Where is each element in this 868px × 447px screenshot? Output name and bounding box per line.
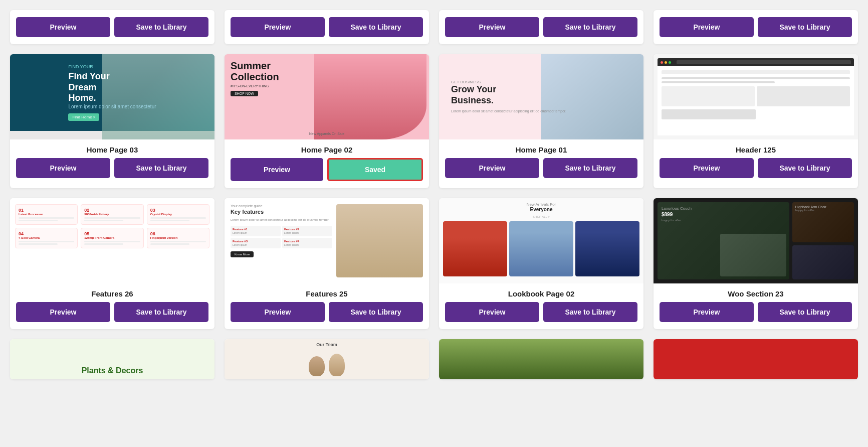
lookbook-people — [443, 221, 639, 276]
card-home02: SummerCollection #IT'S-ON-EVERYTHING SHO… — [225, 54, 429, 188]
thumb-features25-container: Your complete guide Key features Lorem i… — [225, 198, 429, 283]
lookbook-subtitle: New Arrivals For — [443, 202, 639, 207]
saved-home02[interactable]: Saved — [327, 158, 423, 181]
card-features25: Your complete guide Key features Lorem i… — [225, 198, 429, 329]
card-features26: 01 Latest Processor 02 9800mAh Battery 0… — [10, 198, 214, 329]
preview-button-top-2[interactable]: Preview — [231, 17, 325, 37]
dot-green — [669, 61, 671, 64]
woo23-title: Woo Section 23 — [654, 283, 858, 302]
content-line2 — [662, 81, 775, 83]
card-lookbook02: New Arrivals For Everyone SHOP ALL > Loo… — [439, 198, 643, 329]
lookbook-title-text: Everyone — [443, 207, 639, 212]
lookbook-person1 — [443, 221, 507, 276]
plants-title-text: Plants & Decors — [82, 366, 143, 375]
thumb-woo-container: Luxurious Couch $899 happy for offer Hig… — [654, 198, 858, 283]
content-block3 — [662, 109, 756, 119]
home01-actions: Preview Save to Library — [439, 158, 643, 185]
feat26-item6: 06 Fingerprint version — [147, 228, 209, 248]
woo-side1-sub: happy for offer — [795, 209, 851, 212]
home02-headline: SummerCollection — [231, 60, 423, 82]
save-button-top-2[interactable]: Save to Library — [329, 17, 423, 37]
home03-headline: Find YourDreamHome. — [68, 71, 156, 104]
preview-header125[interactable]: Preview — [660, 158, 754, 178]
thumb-features26-container: 01 Latest Processor 02 9800mAh Battery 0… — [10, 198, 214, 283]
card-top-2: Preview Save to Library — [225, 10, 429, 44]
face1 — [309, 356, 325, 376]
thumb-red-container — [654, 339, 858, 379]
woo-main-product: Luxurious Couch $899 happy for offer — [658, 202, 789, 279]
home03-label: FIND YOUR — [68, 64, 156, 69]
card-header125: Header 125 Preview Save to Library — [654, 54, 858, 188]
lookbook02-actions: Preview Save to Library — [439, 302, 643, 329]
feat25-item1: Feature #1 Lorem ipsum — [231, 226, 281, 236]
preview-home03[interactable]: Preview — [16, 158, 110, 178]
preview-lookbook02[interactable]: Preview — [445, 302, 539, 322]
feat25-cta: Know More — [231, 251, 254, 257]
preview-features26[interactable]: Preview — [16, 302, 110, 322]
feat26-line9 — [84, 241, 140, 242]
feat26-line7 — [19, 241, 74, 242]
address-bar — [677, 60, 851, 64]
save-header125[interactable]: Save to Library — [758, 158, 852, 178]
save-home01[interactable]: Save to Library — [543, 158, 637, 178]
save-features26[interactable]: Save to Library — [114, 302, 208, 322]
home01-headline: Grow YourBusiness. — [451, 84, 631, 106]
save-button-top-1[interactable]: Save to Library — [114, 17, 208, 37]
content-block2 — [757, 86, 850, 106]
home01-title: Home Page 01 — [439, 139, 643, 158]
preview-home01[interactable]: Preview — [445, 158, 539, 178]
save-home03[interactable]: Save to Library — [114, 158, 208, 178]
thumb-home03: FIND YOUR Find YourDreamHome. Lorem ipsu… — [10, 54, 214, 139]
features26-title: Features 26 — [10, 283, 214, 302]
browser-bar — [658, 58, 854, 66]
feat25-left: Your complete guide Key features Lorem i… — [231, 204, 332, 277]
preview-button-top-4[interactable]: Preview — [660, 17, 754, 37]
thumb-lookbook-container: New Arrivals For Everyone SHOP ALL > — [439, 198, 643, 283]
save-woo23[interactable]: Save to Library — [758, 302, 852, 322]
save-lookbook02[interactable]: Save to Library — [543, 302, 637, 322]
header125-title: Header 125 — [654, 139, 858, 158]
feat26-line2 — [19, 220, 58, 221]
card-home03: FIND YOUR Find YourDreamHome. Lorem ipsu… — [10, 54, 214, 188]
home03-cta: Find Home > — [68, 113, 99, 121]
feat25-title: Key features — [231, 209, 332, 215]
preview-features25[interactable]: Preview — [231, 302, 325, 322]
team-label: Our Team — [316, 342, 337, 347]
home01-label: GET BUSINESS — [451, 80, 631, 84]
home03-actions: Preview Save to Library — [10, 158, 214, 185]
feat25-item4: Feature #4 Lorem ipsum — [282, 238, 332, 248]
woo-product-img — [720, 234, 786, 276]
preview-button-top-3[interactable]: Preview — [445, 17, 539, 37]
features25-title: Features 25 — [225, 283, 429, 302]
home02-footer: New Apparels On Sale — [309, 132, 344, 135]
feat26-line5 — [150, 217, 206, 219]
feat25-item2: Feature #2 Lorem ipsum — [282, 226, 332, 236]
card-nature — [439, 339, 643, 379]
card-home01: GET BUSINESS Grow YourBusiness. Lorem ip… — [439, 54, 643, 188]
woo-side1-label: Highback Arm Chair — [795, 205, 851, 209]
preview-home02[interactable]: Preview — [231, 158, 323, 181]
thumb-plants-container: Plants & Decors — [10, 339, 214, 379]
lookbook-person2 — [509, 221, 573, 276]
feat26-line12 — [150, 243, 189, 245]
save-features25[interactable]: Save to Library — [329, 302, 423, 322]
feat25-label: Your complete guide — [231, 204, 332, 208]
lookbook-person3 — [575, 221, 639, 276]
woo23-actions: Preview Save to Library — [654, 302, 858, 329]
preview-woo23[interactable]: Preview — [660, 302, 754, 322]
home01-body: Lorem ipsum dolor sit amet consectetur a… — [451, 109, 631, 114]
home02-actions: Preview Saved — [225, 158, 429, 188]
feat26-line4 — [84, 220, 123, 221]
woo-product-sub: happy for offer — [662, 219, 785, 222]
feat26-line10 — [84, 243, 123, 245]
feat25-image — [336, 204, 423, 277]
save-button-top-3[interactable]: Save to Library — [543, 17, 637, 37]
browser-content — [658, 66, 854, 135]
preview-button-top-1[interactable]: Preview — [16, 17, 110, 37]
header125-actions: Preview Save to Library — [654, 158, 858, 185]
thumb-nature-container — [439, 339, 643, 379]
features26-actions: Preview Save to Library — [10, 302, 214, 329]
woo-product-label: Luxurious Couch — [662, 206, 785, 211]
save-button-top-4[interactable]: Save to Library — [758, 17, 852, 37]
dot-yellow — [665, 61, 667, 64]
